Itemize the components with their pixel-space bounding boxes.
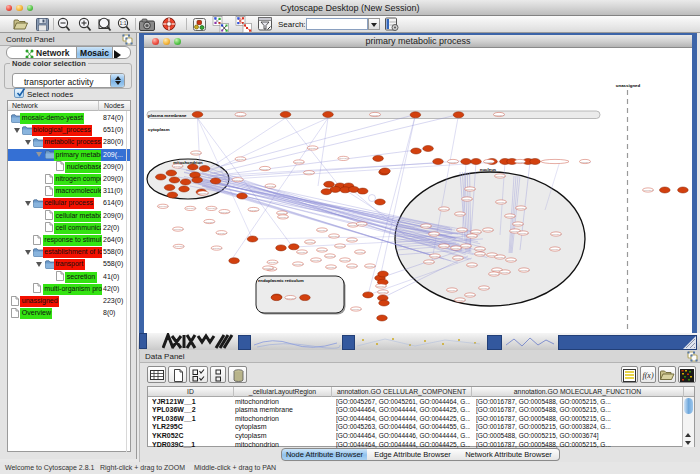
svg-text:YDR039C: YDR039C bbox=[484, 161, 495, 164]
svg-text:YDR039C: YDR039C bbox=[429, 233, 440, 236]
svg-text:YDR039C: YDR039C bbox=[265, 185, 276, 188]
svg-text:YDR039C: YDR039C bbox=[430, 255, 441, 258]
svg-text:YDR039C: YDR039C bbox=[211, 247, 222, 250]
svg-text:YDR039C: YDR039C bbox=[467, 235, 478, 238]
svg-text:YDR039C: YDR039C bbox=[495, 256, 506, 259]
svg-text:YDR039C: YDR039C bbox=[455, 213, 466, 216]
svg-text:YDR039C: YDR039C bbox=[347, 265, 358, 268]
svg-text:YDR039C: YDR039C bbox=[496, 201, 507, 204]
svg-text:YDR039C: YDR039C bbox=[550, 248, 561, 251]
svg-text:YDR039C: YDR039C bbox=[453, 257, 464, 260]
svg-text:YDR039C: YDR039C bbox=[475, 248, 486, 251]
svg-text:YDR039C: YDR039C bbox=[326, 266, 337, 269]
svg-text:YDR039C: YDR039C bbox=[489, 273, 500, 276]
svg-text:YDR039C: YDR039C bbox=[518, 232, 529, 235]
svg-text:YDR039C: YDR039C bbox=[158, 205, 169, 208]
svg-text:YDR039C: YDR039C bbox=[421, 225, 432, 228]
svg-text:YDR039C: YDR039C bbox=[424, 261, 435, 264]
svg-text:YDR039C: YDR039C bbox=[248, 209, 259, 212]
svg-text:unassigned: unassigned bbox=[616, 83, 641, 88]
svg-text:YDR039C: YDR039C bbox=[235, 114, 246, 117]
svg-text:YDR039C: YDR039C bbox=[471, 231, 482, 234]
svg-text:YDR039C: YDR039C bbox=[494, 114, 505, 117]
svg-text:YDR039C: YDR039C bbox=[455, 299, 466, 302]
svg-text:YDR039C: YDR039C bbox=[185, 207, 196, 210]
svg-text:YDR039C: YDR039C bbox=[447, 289, 458, 292]
svg-text:YDR039C: YDR039C bbox=[340, 259, 351, 262]
svg-text:YDR039C: YDR039C bbox=[267, 261, 278, 264]
svg-text:YDR039C: YDR039C bbox=[351, 308, 362, 311]
svg-text:YDR039C: YDR039C bbox=[278, 216, 289, 219]
svg-text:YDR039C: YDR039C bbox=[479, 287, 490, 290]
svg-text:YDR039C: YDR039C bbox=[370, 114, 381, 117]
svg-text:YDR039C: YDR039C bbox=[191, 152, 202, 155]
svg-text:YDR039C: YDR039C bbox=[307, 147, 318, 150]
svg-text:YDR039C: YDR039C bbox=[338, 157, 349, 160]
svg-text:YDR039C: YDR039C bbox=[317, 249, 328, 252]
svg-text:YDR039C: YDR039C bbox=[355, 251, 366, 254]
svg-text:YDR039C: YDR039C bbox=[198, 192, 209, 195]
svg-text:YDR039C: YDR039C bbox=[461, 245, 472, 248]
svg-text:1:1: 1:1 bbox=[120, 20, 127, 26]
svg-text:YDR039C: YDR039C bbox=[643, 189, 654, 192]
svg-text:YDR039C: YDR039C bbox=[505, 215, 516, 218]
svg-text:plasma membrane: plasma membrane bbox=[148, 113, 187, 118]
svg-text:YDR039C: YDR039C bbox=[513, 223, 524, 226]
svg-text:YDR039C: YDR039C bbox=[325, 255, 336, 258]
svg-text:YDR039C: YDR039C bbox=[293, 263, 304, 266]
svg-text:YDR039C: YDR039C bbox=[317, 229, 328, 232]
svg-text:nucleus: nucleus bbox=[480, 167, 497, 172]
svg-text:YDR039C: YDR039C bbox=[515, 161, 526, 164]
svg-text:YDR039C: YDR039C bbox=[204, 221, 215, 224]
svg-text:YDR039C: YDR039C bbox=[235, 158, 246, 161]
svg-text:cytoplasm: cytoplasm bbox=[148, 127, 170, 132]
svg-text:YDR039C: YDR039C bbox=[448, 161, 459, 164]
svg-text:YDR039C: YDR039C bbox=[500, 271, 511, 274]
svg-text:YDR039C: YDR039C bbox=[311, 259, 322, 262]
svg-text:YDR039C: YDR039C bbox=[465, 188, 476, 191]
svg-text:f(x): f(x) bbox=[642, 371, 653, 380]
svg-text:YDR039C: YDR039C bbox=[439, 208, 450, 211]
svg-text:YDR039C: YDR039C bbox=[378, 291, 389, 294]
svg-text:YDR039C: YDR039C bbox=[216, 232, 227, 235]
svg-text:YDR039C: YDR039C bbox=[580, 161, 591, 164]
svg-text:YDR039C: YDR039C bbox=[260, 168, 271, 171]
svg-text:YDR039C: YDR039C bbox=[495, 175, 506, 178]
svg-text:YDR039C: YDR039C bbox=[263, 267, 274, 270]
svg-text:YDR039C: YDR039C bbox=[297, 251, 308, 254]
svg-text:YDR039C: YDR039C bbox=[475, 253, 486, 256]
svg-text:YDR039C: YDR039C bbox=[516, 207, 527, 210]
svg-text:endoplasmic reticulum: endoplasmic reticulum bbox=[258, 278, 304, 283]
svg-text:YDR039C: YDR039C bbox=[365, 265, 376, 268]
svg-text:YDR039C: YDR039C bbox=[173, 245, 184, 248]
svg-text:YDR039C: YDR039C bbox=[439, 245, 450, 248]
svg-text:YDR039C: YDR039C bbox=[173, 228, 184, 231]
svg-text:YDR039C: YDR039C bbox=[356, 223, 367, 226]
svg-text:YDR039C: YDR039C bbox=[206, 207, 217, 210]
svg-text:YDR039C: YDR039C bbox=[376, 285, 387, 288]
svg-text:YDR039C: YDR039C bbox=[232, 179, 243, 182]
svg-text:YDR039C: YDR039C bbox=[285, 297, 296, 300]
svg-text:YDR039C: YDR039C bbox=[329, 235, 340, 238]
svg-text:YDR039C: YDR039C bbox=[462, 198, 473, 201]
svg-text:YDR039C: YDR039C bbox=[506, 259, 517, 262]
svg-text:YDR039C: YDR039C bbox=[277, 212, 288, 215]
svg-text:YDR039C: YDR039C bbox=[219, 211, 230, 214]
svg-text:YDR039C: YDR039C bbox=[347, 239, 358, 242]
svg-text:YDR039C: YDR039C bbox=[483, 229, 494, 232]
svg-text:YDR039C: YDR039C bbox=[519, 269, 530, 272]
svg-text:YDR039C: YDR039C bbox=[335, 245, 346, 248]
svg-text:YDR039C: YDR039C bbox=[172, 165, 183, 168]
svg-text:YDR039C: YDR039C bbox=[304, 172, 315, 175]
svg-text:YDR039C: YDR039C bbox=[457, 229, 468, 232]
svg-text:YDR039C: YDR039C bbox=[467, 264, 478, 267]
svg-text:YDR039C: YDR039C bbox=[294, 161, 305, 164]
svg-text:YDR039C: YDR039C bbox=[551, 233, 562, 236]
svg-text:YDR039C: YDR039C bbox=[305, 241, 316, 244]
svg-text:YDR039C: YDR039C bbox=[465, 294, 476, 297]
